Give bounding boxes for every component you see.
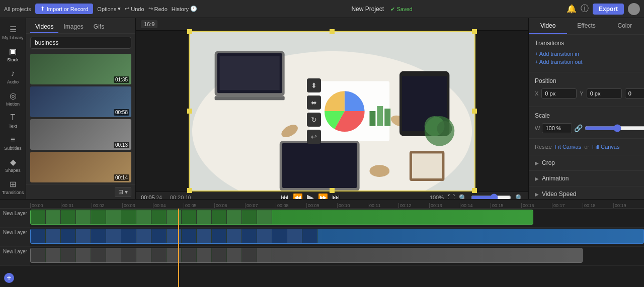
filter-button[interactable]: ⊟ ▾ [115, 187, 131, 197]
ruler-tick-18: 00:18 [583, 203, 613, 208]
scale-slider[interactable] [585, 124, 644, 132]
bell-icon[interactable]: 🔔 [567, 4, 577, 14]
playhead[interactable] [178, 209, 179, 287]
crop-section[interactable]: ▶ Crop [529, 155, 644, 171]
sidebar-item-audio[interactable]: ♪ Audio [0, 65, 26, 87]
y-input[interactable] [587, 88, 622, 99]
handle-top-left[interactable] [187, 29, 192, 34]
add-transition-out-link[interactable]: + Add transition out [535, 59, 638, 65]
redo-icon: ↪ [148, 6, 153, 12]
svg-rect-22 [412, 153, 442, 178]
link-scale-icon[interactable]: 🔗 [574, 124, 583, 132]
crop-arrow-icon: ▶ [535, 160, 539, 166]
export-button[interactable]: Export [593, 4, 624, 15]
scale-w-input[interactable] [542, 123, 572, 133]
main-area: ☰ My Library ▣ Stock ♪ Audio ◎ Motion T … [0, 18, 644, 199]
tab-effects[interactable]: Effects [567, 18, 605, 34]
ruler-tick-3: 00:03 [122, 203, 153, 208]
animation-arrow-icon: ▶ [535, 176, 539, 181]
media-thumb-3[interactable]: 00:13 [30, 119, 131, 150]
handle-mid-left[interactable] [187, 109, 192, 114]
skip-forward-button[interactable]: ⏭ [332, 193, 340, 199]
ruler-tick-11: 00:11 [368, 203, 398, 208]
ruler-tick-14: 00:14 [460, 203, 491, 208]
handle-top-right[interactable] [472, 29, 477, 34]
tab-images[interactable]: Images [58, 21, 88, 33]
thumb-duration-1: 01:35 [114, 76, 129, 83]
handle-top-mid[interactable] [330, 29, 335, 34]
handle-mid-right[interactable] [472, 109, 477, 114]
rotate-tool[interactable]: ↻ [307, 113, 321, 127]
sidebar-item-stock[interactable]: ▣ Stock [0, 43, 26, 65]
ruler-tick-7: 00:07 [245, 203, 276, 208]
add-transition-in-link[interactable]: + Add transition in [535, 51, 638, 57]
media-thumb-4[interactable]: 00:14 [30, 152, 131, 182]
track-label-2: New Layer [0, 228, 30, 246]
track-row-1: New Layer [0, 209, 644, 228]
fill-canvas-button[interactable]: Fill Canvas [592, 144, 619, 150]
avatar[interactable] [628, 3, 640, 15]
fast-forward-button[interactable]: ⏩ [318, 193, 328, 200]
options-button[interactable]: Options ▾ [97, 6, 121, 12]
aspect-ratio-badge: 16:9 [141, 20, 157, 28]
timeline-tracks: New Layer [0, 209, 644, 287]
timeline-area: 00:00 00:01 00:02 00:03 00:04 00:05 00:0… [0, 199, 644, 287]
play-button[interactable]: ▶ [307, 192, 314, 199]
ruler-tick-4: 00:04 [153, 203, 184, 208]
undo-tool[interactable]: ↩ [307, 130, 321, 144]
fit-canvas-button[interactable]: Fit Canvas [555, 144, 582, 150]
sidebar-item-my-library[interactable]: ☰ My Library [0, 21, 26, 43]
add-track-button[interactable]: + [4, 273, 14, 283]
audio-icon: ♪ [8, 68, 18, 78]
animation-label: Animation [542, 175, 569, 182]
tab-gifs[interactable]: Gifs [89, 21, 109, 33]
thumb-duration-4: 00:14 [114, 174, 129, 181]
redo-button[interactable]: ↪ Redo [148, 6, 168, 12]
import-record-button[interactable]: ⬆ Import or Record [35, 4, 94, 14]
sidebar-item-motion[interactable]: ◎ Motion [0, 87, 26, 110]
crop-label: Crop [542, 159, 555, 166]
flip-v-tool[interactable]: ⬍ [307, 78, 321, 92]
zoom-slider[interactable] [471, 194, 511, 199]
fullscreen-button[interactable]: ⛶ [448, 194, 455, 199]
all-projects-link[interactable]: All projects [4, 6, 31, 12]
ruler-tick-12: 00:12 [398, 203, 429, 208]
right-panel: Video Effects Color Transitions + Add tr… [528, 18, 644, 199]
animation-section[interactable]: ▶ Animation [529, 171, 644, 186]
svg-rect-5 [220, 56, 280, 90]
handle-bottom-left[interactable] [187, 188, 192, 193]
track-clip-1[interactable] [30, 210, 533, 225]
zoom-out-icon[interactable]: 🔍 [459, 194, 467, 200]
track-row-2: New Layer [0, 228, 644, 247]
sidebar-item-text[interactable]: T Text [0, 110, 26, 132]
zoom-in-icon[interactable]: 🔍 [515, 194, 523, 200]
tab-videos[interactable]: Videos [30, 21, 58, 33]
filmstrip-2 [31, 229, 317, 243]
handle-bottom-mid[interactable] [330, 188, 335, 193]
flip-h-tool[interactable]: ⬌ [307, 95, 321, 110]
track-clip-3[interactable] [30, 248, 583, 263]
handle-bottom-right[interactable] [472, 188, 477, 193]
rewind-button[interactable]: ⏪ [293, 193, 303, 200]
timeline-ruler: 00:00 00:01 00:02 00:03 00:04 00:05 00:0… [0, 200, 644, 209]
x-input[interactable] [541, 88, 577, 99]
rotation-input[interactable] [625, 88, 644, 99]
help-icon[interactable]: ⓘ [581, 4, 589, 14]
sidebar-item-shapes[interactable]: ◆ Shapes [0, 154, 26, 176]
track-content-3 [30, 247, 644, 265]
history-button[interactable]: History 🕐 [172, 6, 197, 12]
media-thumb-1[interactable]: 01:35 [30, 54, 131, 84]
sidebar-item-subtitles[interactable]: ≡ Subtitles [0, 132, 26, 154]
sidebar-item-transitions[interactable]: ⊞ Transitions [0, 176, 26, 198]
tab-video[interactable]: Video [529, 18, 567, 34]
track-clip-2[interactable] [30, 229, 644, 244]
skip-back-button[interactable]: ⏮ [281, 193, 289, 199]
search-input[interactable] [30, 37, 131, 49]
scale-section: Scale W 🔗 H [529, 107, 644, 139]
video-speed-section[interactable]: ▶ Video Speed [529, 186, 644, 199]
tab-color[interactable]: Color [606, 18, 644, 34]
ruler-tick-9: 00:09 [306, 203, 337, 208]
media-thumb-2[interactable]: 00:58 [30, 86, 131, 117]
position-title: Position [535, 77, 638, 84]
undo-button[interactable]: ↩ Undo [125, 6, 144, 12]
